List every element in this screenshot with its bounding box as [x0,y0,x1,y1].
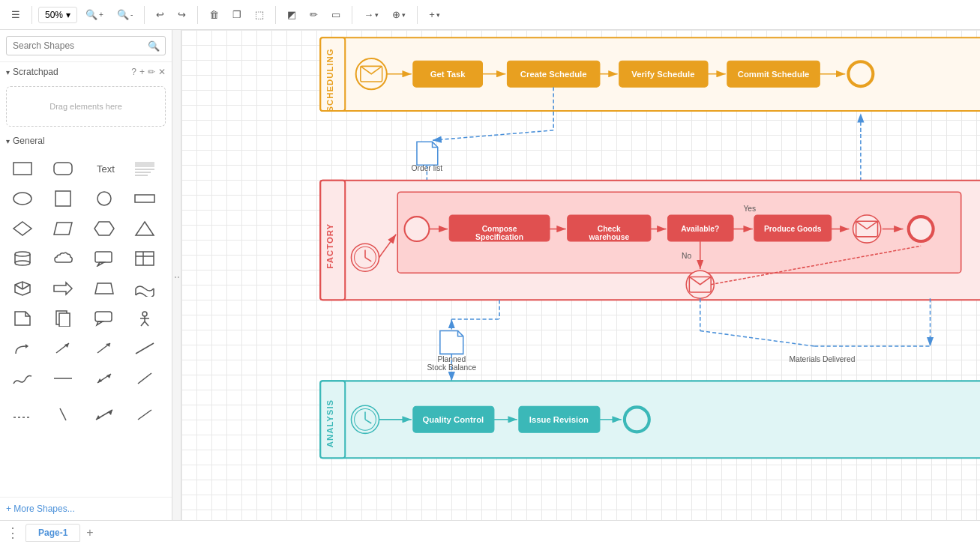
shape-icon: ▭ [331,9,340,20]
svg-rect-117 [856,221,878,237]
svg-rect-33 [59,313,70,327]
svg-rect-90 [320,181,980,300]
sidebar-collapse-handle[interactable]: ‥ [172,30,181,520]
zoom-out-button[interactable]: 🔍 - [112,5,138,24]
svg-line-142 [365,420,371,423]
svg-marker-13 [94,222,114,235]
more-shapes-button[interactable]: + More Shapes... [0,497,172,520]
svg-marker-29 [95,283,113,294]
connector-button[interactable]: → ▾ [358,5,384,24]
svg-line-97 [365,258,371,262]
svg-text:Produce Goods: Produce Goods [764,225,822,233]
svg-line-126 [700,330,814,346]
delete-button[interactable]: 🗑 [204,5,224,24]
shape-speech-bubble[interactable] [88,305,121,332]
stroke-button[interactable]: ✏ [304,5,323,24]
add-page-button[interactable]: + [80,523,99,543]
shape-circle[interactable] [88,185,121,212]
scratchpad-add-btn[interactable]: + [139,67,145,77]
search-input[interactable] [6,36,166,55]
shape-square[interactable] [46,185,79,212]
shape-cylinder[interactable] [6,245,39,272]
svg-text:Text: Text [97,163,115,175]
shape-diagonal-arrow[interactable] [46,335,79,362]
shape-line-plain[interactable] [46,365,79,392]
shape-rectangle[interactable] [6,155,39,182]
shape-angled-line[interactable] [128,365,161,392]
general-section-header[interactable]: ▾ General [0,131,172,151]
fill-button[interactable]: ◩ [282,5,301,24]
svg-point-7 [13,193,31,205]
shape-button[interactable]: ▭ [326,5,346,24]
svg-rect-21 [136,252,154,265]
shape-parallelogram[interactable] [46,215,79,242]
shape-diagonal-line[interactable] [128,401,161,428]
svg-rect-8 [55,191,70,206]
shape-callout[interactable] [88,245,121,272]
shape-callout-cloud[interactable] [46,245,79,272]
paste-button[interactable]: ⬚ [250,5,269,24]
waypoint-button[interactable]: ⊕ ▾ [387,5,411,24]
shape-up-right-arrow[interactable] [88,335,121,362]
divider-5 [352,6,352,24]
page-tab-1[interactable]: Page-1 [25,524,80,542]
shape-cube[interactable] [6,275,39,302]
scratchpad-help-btn[interactable]: ? [131,67,136,77]
shape-wave[interactable] [128,275,161,302]
shapes-grid: Text [0,151,172,396]
svg-point-81 [848,61,873,86]
shape-person[interactable] [128,305,161,332]
svg-rect-144 [413,406,494,432]
scratchpad-edit-btn[interactable]: ✏ [148,67,155,77]
shape-line[interactable] [128,335,161,362]
svg-text:Order Completed: Order Completed [700,185,759,193]
svg-rect-147 [519,406,600,432]
svg-marker-14 [136,222,154,235]
shape-trapezoid[interactable] [88,275,121,302]
zoom-in-button[interactable]: 🔍 + [80,5,109,24]
shape-wide-rect[interactable] [128,185,161,212]
divider-3 [197,6,198,24]
page-menu-icon[interactable]: ⋮ [6,525,19,541]
zoom-value: 50% [45,10,63,20]
shape-triangle[interactable] [128,215,161,242]
add-button[interactable]: + ▾ [424,5,445,24]
canvas-area[interactable]: SCHEDULING Get Task Create Schedule [181,30,980,520]
copy-button[interactable]: ❐ [227,5,247,24]
svg-rect-137 [320,381,345,458]
undo-button[interactable]: ↩ [151,5,169,24]
scratchpad-section-header[interactable]: ▾ Scratchpad ? + ✏ ✕ [0,62,172,82]
divider-6 [417,6,418,24]
shape-double-arrow[interactable] [88,401,121,428]
svg-rect-91 [320,181,345,300]
shape-diamond[interactable] [6,215,39,242]
shape-hexagon[interactable] [88,215,121,242]
svg-text:Compose: Compose [482,225,517,233]
shape-text[interactable]: Text [88,155,121,182]
menu-button[interactable]: ☰ [6,5,25,24]
shape-table[interactable] [128,245,161,272]
svg-rect-1 [54,163,72,175]
shape-bidirectional-arrow[interactable] [88,365,121,392]
shape-heading[interactable] [128,155,161,182]
collapse-icon: ‥ [174,270,180,280]
svg-text:ANALYSIS: ANALYSIS [325,399,334,447]
shape-doc[interactable] [6,305,39,332]
shape-vertical-line[interactable] [46,401,79,428]
svg-line-27 [22,285,30,289]
shape-rounded-rect[interactable] [46,155,79,182]
shape-curved-arrow[interactable] [6,335,39,362]
shape-wavy-line[interactable] [6,365,39,392]
svg-point-15 [15,252,30,256]
svg-line-129 [711,246,921,284]
scratchpad-close-btn[interactable]: ✕ [158,67,166,77]
redo-button[interactable]: ↪ [172,5,191,24]
shape-ellipse[interactable] [6,185,39,212]
shape-arrow-right[interactable] [46,275,79,302]
shape-page[interactable] [46,305,79,332]
svg-text:Issue Revision: Issue Revision [529,415,589,424]
svg-rect-67 [361,66,382,82]
zoom-control[interactable]: 50% ▾ [38,7,77,23]
canvas-content: SCHEDULING Get Task Create Schedule [181,30,980,520]
shape-dotted-line[interactable] [6,401,39,428]
